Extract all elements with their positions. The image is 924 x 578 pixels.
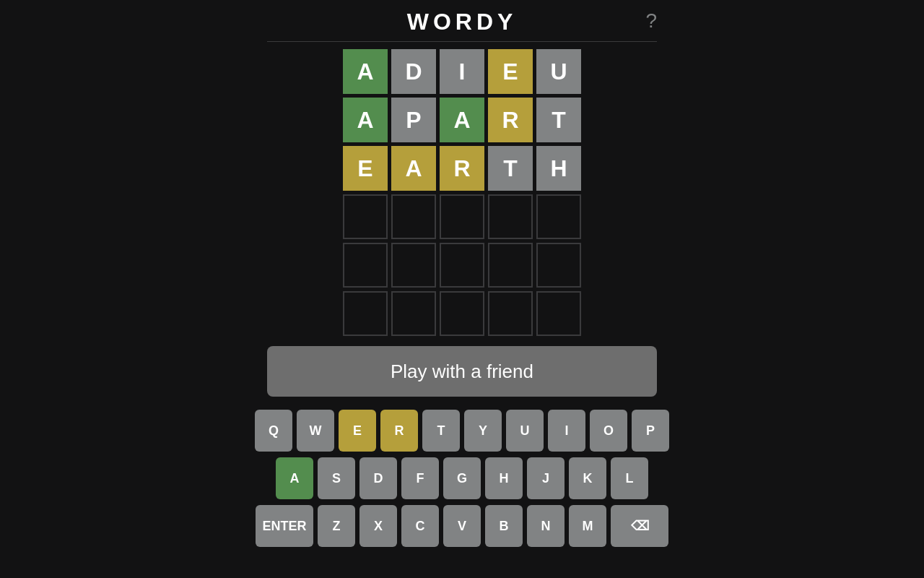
grid-row-5 bbox=[343, 291, 581, 336]
tile-4-2 bbox=[440, 243, 484, 288]
play-friend-button[interactable]: Play with a friend bbox=[267, 346, 657, 397]
tile-5-0 bbox=[343, 291, 388, 336]
key-f[interactable]: F bbox=[401, 457, 439, 499]
tile-4-1 bbox=[391, 243, 436, 288]
tile-3-4 bbox=[536, 194, 581, 239]
keyboard-row-2: ENTERZXCVBNM⌫ bbox=[256, 505, 668, 547]
key-l[interactable]: L bbox=[611, 457, 648, 499]
key-b[interactable]: B bbox=[485, 505, 523, 547]
key-d[interactable]: D bbox=[359, 457, 397, 499]
game-grid: ADIEUAPARTEARTH bbox=[343, 49, 581, 336]
key-y[interactable]: Y bbox=[464, 410, 502, 452]
key-k[interactable]: K bbox=[569, 457, 606, 499]
key-j[interactable]: J bbox=[527, 457, 565, 499]
key-p[interactable]: P bbox=[632, 410, 669, 452]
tile-5-3 bbox=[488, 291, 533, 336]
key-r[interactable]: R bbox=[380, 410, 418, 452]
key-m[interactable]: M bbox=[569, 505, 606, 547]
tile-2-1: A bbox=[391, 146, 436, 191]
key-u[interactable]: U bbox=[506, 410, 544, 452]
tile-1-0: A bbox=[343, 98, 388, 142]
key-q[interactable]: Q bbox=[255, 410, 292, 452]
key-e[interactable]: E bbox=[339, 410, 376, 452]
key-g[interactable]: G bbox=[443, 457, 481, 499]
tile-4-3 bbox=[488, 243, 533, 288]
key-v[interactable]: V bbox=[443, 505, 481, 547]
tile-0-4: U bbox=[536, 49, 581, 94]
keyboard-row-0: QWERTYUIOP bbox=[255, 410, 669, 452]
grid-row-2: EARTH bbox=[343, 146, 581, 191]
key-⌫[interactable]: ⌫ bbox=[611, 505, 668, 547]
tile-2-4: H bbox=[536, 146, 581, 191]
tile-3-2 bbox=[440, 194, 484, 239]
app-title: WORDY bbox=[407, 9, 518, 35]
tile-2-2: R bbox=[440, 146, 484, 191]
key-t[interactable]: T bbox=[422, 410, 460, 452]
tile-2-0: E bbox=[343, 146, 388, 191]
tile-1-3: R bbox=[488, 98, 533, 142]
tile-3-3 bbox=[488, 194, 533, 239]
header: WORDY ? bbox=[267, 0, 657, 42]
grid-row-0: ADIEU bbox=[343, 49, 581, 94]
keyboard: QWERTYUIOPASDFGHJKLENTERZXCVBNM⌫ bbox=[267, 410, 657, 547]
key-w[interactable]: W bbox=[297, 410, 334, 452]
tile-1-1: P bbox=[391, 98, 436, 142]
tile-5-4 bbox=[536, 291, 581, 336]
tile-3-0 bbox=[343, 194, 388, 239]
tile-0-1: D bbox=[391, 49, 436, 94]
key-enter[interactable]: ENTER bbox=[256, 505, 313, 547]
key-x[interactable]: X bbox=[359, 505, 397, 547]
grid-row-4 bbox=[343, 243, 581, 288]
tile-3-1 bbox=[391, 194, 436, 239]
tile-1-2: A bbox=[440, 98, 484, 142]
help-icon[interactable]: ? bbox=[645, 9, 657, 33]
key-s[interactable]: S bbox=[318, 457, 355, 499]
tile-4-0 bbox=[343, 243, 388, 288]
grid-row-1: APART bbox=[343, 98, 581, 142]
tile-1-4: T bbox=[536, 98, 581, 142]
tile-4-4 bbox=[536, 243, 581, 288]
tile-0-3: E bbox=[488, 49, 533, 94]
tile-5-1 bbox=[391, 291, 436, 336]
tile-0-0: A bbox=[343, 49, 388, 94]
tile-5-2 bbox=[440, 291, 484, 336]
key-c[interactable]: C bbox=[401, 505, 439, 547]
key-o[interactable]: O bbox=[590, 410, 627, 452]
grid-row-3 bbox=[343, 194, 581, 239]
key-a[interactable]: A bbox=[276, 457, 313, 499]
key-z[interactable]: Z bbox=[318, 505, 355, 547]
key-i[interactable]: I bbox=[548, 410, 585, 452]
tile-2-3: T bbox=[488, 146, 533, 191]
key-n[interactable]: N bbox=[527, 505, 565, 547]
keyboard-row-1: ASDFGHJKL bbox=[276, 457, 648, 499]
key-h[interactable]: H bbox=[485, 457, 523, 499]
tile-0-2: I bbox=[440, 49, 484, 94]
